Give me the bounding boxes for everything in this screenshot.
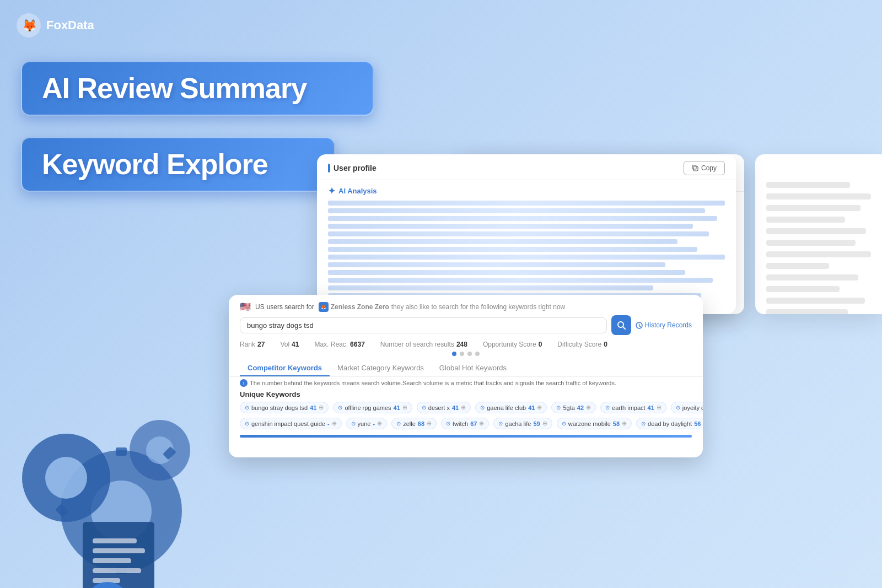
right-ext-content	[755, 154, 882, 314]
keyword-tabs: Competitor Keywords Market Category Keyw…	[229, 357, 703, 377]
keyword-chip-3[interactable]: ⊙ desert x 41 ⊕	[417, 402, 471, 413]
region-label: US users search for	[255, 303, 314, 311]
svg-line-27	[623, 327, 625, 329]
dot-4[interactable]	[475, 352, 480, 356]
ai-review-feature-label: AI Review Summary	[21, 61, 374, 116]
dot-1[interactable]	[452, 352, 456, 356]
svg-rect-13	[93, 538, 137, 543]
svg-text:🦊: 🦊	[321, 304, 327, 310]
keyword-explore-panel: 🇺🇸 US users search for 🦊 Zenless Zone Ze…	[229, 295, 703, 457]
stat-search-results: Number of search results 248	[380, 341, 467, 348]
svg-rect-8	[116, 447, 127, 456]
stat-vol: Vol 41	[280, 341, 299, 348]
copy-icon	[692, 165, 698, 171]
panel-header: User profile Copy	[317, 154, 736, 180]
keyword-chip-12[interactable]: ⊙ gacha life 59 ⊕	[493, 418, 552, 429]
keyword-chip-14[interactable]: ⊙ dead by daylight 56 ⊕	[636, 418, 703, 429]
svg-text:🦊: 🦊	[22, 18, 37, 33]
info-icon: i	[240, 379, 248, 387]
svg-rect-14	[93, 548, 145, 553]
svg-rect-12	[83, 522, 154, 588]
dot-2[interactable]	[460, 352, 464, 356]
ai-text-content	[328, 201, 725, 298]
keyword-info-text: i The number behind the keywords means s…	[229, 377, 703, 389]
search-icon	[617, 321, 626, 330]
keyword-chip-10[interactable]: ⊙ zelle 68 ⊕	[391, 418, 437, 429]
keyword-chip-9[interactable]: ⊙ yune - ⊕	[346, 418, 388, 429]
search-bar-info: 🇺🇸 US users search for 🦊 Zenless Zone Ze…	[229, 295, 703, 312]
keyword-chip-13[interactable]: ⊙ warzone mobile 58 ⊕	[557, 418, 632, 429]
header: 🦊 FoxData	[17, 13, 94, 37]
svg-rect-15	[93, 558, 131, 563]
tab-market-category[interactable]: Market Category Keywords	[330, 360, 432, 376]
keyword-chip-8[interactable]: ⊙ genshin impact quest guide - ⊕	[240, 418, 342, 429]
foxdata-logo-icon: 🦊	[17, 13, 41, 37]
chip-search-icon: ⊙	[245, 404, 249, 411]
copy-button[interactable]: Copy	[684, 161, 725, 175]
history-records-button[interactable]: History Records	[636, 321, 692, 329]
keyword-chip-1[interactable]: ⊙ bungo stray dogs tsd 41 ⊕	[240, 402, 329, 413]
brand-name: FoxData	[46, 18, 94, 33]
keyword-search-input[interactable]	[240, 317, 607, 333]
search-input-row: History Records	[229, 312, 703, 338]
unique-keywords-label: Unique Keywords	[229, 389, 703, 400]
tab-competitor-keywords[interactable]: Competitor Keywords	[240, 360, 330, 376]
user-profile-panel: User profile Copy ✦ AI Analysis	[317, 154, 736, 314]
user-profile-title: User profile	[334, 164, 377, 172]
svg-rect-21	[692, 165, 696, 169]
panel-bottom-accent	[229, 435, 703, 438]
carousel-dots	[229, 350, 703, 357]
stat-max-reach: Max. Reac. 6637	[314, 341, 364, 348]
keyword-chip-11[interactable]: ⊙ twitch 67 ⊕	[441, 418, 489, 429]
keyword-stats: Rank 27 Vol 41 Max. Reac. 6637 Number of…	[229, 338, 703, 350]
keyword-search-button[interactable]	[611, 315, 631, 335]
svg-point-5	[45, 457, 87, 499]
svg-rect-16	[93, 568, 141, 573]
stat-rank: Rank 27	[240, 341, 265, 348]
history-icon	[636, 322, 643, 329]
gears-decoration	[11, 368, 232, 588]
chip-add-icon[interactable]: ⊕	[319, 404, 324, 411]
keyword-chip-4[interactable]: ⊙ gaena life club 41 ⊕	[475, 402, 547, 413]
panel-title-section: User profile	[328, 164, 377, 172]
keyword-chip-7[interactable]: ⊙ joyeity corp 41 ⊕	[671, 402, 703, 413]
keyword-explore-text: Keyword Explore	[42, 148, 268, 180]
title-accent-bar	[328, 164, 330, 172]
ai-analysis-label: ✦ AI Analysis	[328, 186, 725, 196]
keyword-chip-5[interactable]: ⊙ 5gta 42 ⊕	[551, 402, 596, 413]
ai-review-text: AI Review Summary	[42, 72, 306, 104]
keyword-chip-2[interactable]: ⊙ offline rpg games 41 ⊕	[333, 402, 412, 413]
right-extension-panel	[755, 154, 882, 314]
stat-difficulty: Difficulty Score 0	[557, 341, 607, 348]
flag-us-icon: 🇺🇸	[240, 301, 251, 312]
tab-global-hot[interactable]: Global Hot Keywords	[432, 360, 514, 376]
keywords-row-1: ⊙ bungo stray dogs tsd 41 ⊕ ⊙ offline rp…	[229, 400, 703, 416]
app-icon: 🦊	[319, 302, 329, 312]
keyword-chip-6[interactable]: ⊙ earth impact 41 ⊕	[600, 402, 666, 413]
svg-rect-20	[693, 166, 698, 171]
keywords-row-2: ⊙ genshin impact quest guide - ⊕ ⊙ yune …	[229, 416, 703, 431]
ai-analysis-section: ✦ AI Analysis	[317, 180, 736, 306]
stat-opportunity: Opportunity Score 0	[483, 341, 542, 348]
keyword-explore-feature-label: Keyword Explore	[21, 137, 335, 192]
dot-3[interactable]	[467, 352, 472, 356]
app-info: 🦊 Zenless Zone Zero they also like to se…	[319, 302, 566, 312]
